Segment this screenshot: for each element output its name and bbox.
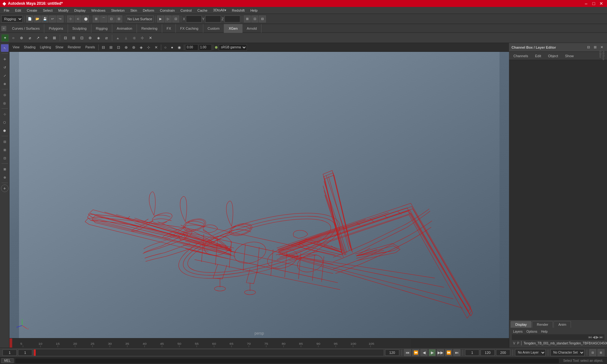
icon-btn-xgen4[interactable]: ⊛ xyxy=(86,34,94,42)
z-input[interactable] xyxy=(224,15,240,22)
menu-skeleton[interactable]: Skeleton xyxy=(108,8,127,13)
menu-redshift[interactable]: Redshift xyxy=(230,8,247,13)
help-btn[interactable]: Help xyxy=(540,330,549,334)
tab-animation[interactable]: Animation xyxy=(112,24,137,33)
left-render1-btn[interactable]: ⊠ xyxy=(1,165,9,173)
close-button[interactable]: ✕ xyxy=(598,0,604,7)
vp-shading-btn[interactable]: Shading xyxy=(22,44,38,51)
bottom-tab-render[interactable]: Render xyxy=(532,321,553,328)
icon-btn-lock[interactable]: ⊠ xyxy=(51,34,58,42)
minimize-button[interactable]: – xyxy=(583,0,589,7)
tab-bar-icon[interactable]: ≡ xyxy=(1,26,6,31)
layer-nav-last[interactable]: ⏭ xyxy=(599,335,603,339)
pb-step-back[interactable]: ⏪ xyxy=(412,349,419,356)
range-start-input[interactable] xyxy=(465,349,479,356)
vp-icon1[interactable]: ⊟ xyxy=(100,44,107,51)
vp-icon7[interactable]: ⊹ xyxy=(145,44,152,51)
vp-icon11[interactable]: ◉ xyxy=(176,44,183,51)
ch-tab-object[interactable]: Object xyxy=(545,53,561,58)
left-rotate-btn[interactable]: ↺ xyxy=(1,64,9,71)
tab-fx[interactable]: FX xyxy=(162,24,176,33)
left-soft-btn[interactable]: ⊙ xyxy=(1,91,9,99)
render-btn[interactable]: ▶ xyxy=(157,15,164,22)
ch-tab-show[interactable]: Show xyxy=(562,53,577,58)
snap-view-btn[interactable]: ⊟ xyxy=(115,15,122,22)
range-end-input[interactable] xyxy=(481,349,495,356)
options-btn[interactable]: Options xyxy=(525,330,538,334)
pb-prev-frame[interactable]: ◀ xyxy=(420,349,427,356)
vp-val2[interactable] xyxy=(199,44,212,51)
new-btn[interactable]: 📄 xyxy=(26,15,33,22)
snap-pt-btn[interactable]: ⊡ xyxy=(108,15,115,22)
vp-val1[interactable] xyxy=(186,44,198,51)
pb-step-fwd[interactable]: ⏩ xyxy=(445,349,452,356)
redo-btn[interactable]: ↪ xyxy=(57,15,64,22)
viewport-3d[interactable]: x y z persp xyxy=(9,52,509,338)
snap-grid-btn[interactable]: ⊞ xyxy=(93,15,100,22)
menu-3dtall[interactable]: 3DtoAll▾ xyxy=(211,8,229,13)
menu-control[interactable]: Control xyxy=(178,8,194,13)
script-input[interactable] xyxy=(15,358,560,364)
menu-edit[interactable]: Edit xyxy=(13,8,24,13)
anim-layer-select[interactable]: No Anim Layer xyxy=(515,349,546,356)
snap-curve-btn[interactable]: ⌒ xyxy=(100,15,107,22)
icon-btn-circle[interactable]: ○ xyxy=(9,34,17,42)
tab-fx-caching[interactable]: FX Caching xyxy=(176,24,203,33)
pb-goto-end[interactable]: ⏭ xyxy=(453,349,460,356)
icon-btn-arrow[interactable]: ↗ xyxy=(34,34,42,42)
pb-extra-btn2[interactable]: ⊞ xyxy=(598,349,604,356)
icon-btn-move[interactable]: ✛ xyxy=(42,34,50,42)
icon-btn-xgen5[interactable]: ◈ xyxy=(95,34,102,42)
layer-nav-first[interactable]: ⏮ xyxy=(588,335,592,339)
mode-select[interactable]: Rigging xyxy=(1,15,23,22)
gamma-select[interactable]: sRGB gamma xyxy=(219,44,247,51)
icon-btn-grass1[interactable]: ⟁ xyxy=(114,34,121,42)
current-frame-input[interactable] xyxy=(18,349,32,356)
menu-display[interactable]: Display xyxy=(72,8,88,13)
left-scale-btn[interactable]: ⤢ xyxy=(1,72,9,79)
maximize-button[interactable]: □ xyxy=(591,0,597,7)
pb-play-fwd[interactable]: ▶ xyxy=(429,349,436,356)
vp-icon5[interactable]: ⊛ xyxy=(130,44,137,51)
layer-nav-next[interactable]: ▶ xyxy=(596,335,599,339)
ipr-btn[interactable]: ▷ xyxy=(165,15,172,22)
ch-tab-edit[interactable]: Edit xyxy=(532,53,544,58)
vp-icon9[interactable]: ○ xyxy=(162,44,169,51)
layout-btn3[interactable]: ⊟ xyxy=(259,15,266,22)
menu-create[interactable]: Create xyxy=(24,8,40,13)
left-universal-btn[interactable]: ⊕ xyxy=(1,80,9,88)
tab-arnold[interactable]: Arnold xyxy=(242,24,262,33)
vp-icon10[interactable]: ● xyxy=(169,44,175,51)
x-input[interactable] xyxy=(186,15,202,22)
vp-icon3[interactable]: ⊡ xyxy=(115,44,122,51)
save-btn[interactable]: 💾 xyxy=(41,15,48,22)
layer-entry-1[interactable]: V P Tengden_TB_001_mb_standart:Tengden_T… xyxy=(512,340,604,346)
menu-modify[interactable]: Modify xyxy=(56,8,71,13)
tab-sculpting[interactable]: Sculpting xyxy=(68,24,91,33)
icon-btn-marker[interactable]: ✦ xyxy=(1,34,9,42)
left-plus-btn[interactable]: + xyxy=(1,185,9,192)
menu-constrain[interactable]: Constrain xyxy=(157,8,177,13)
start-frame-input[interactable] xyxy=(3,349,17,356)
vp-renderer-btn[interactable]: Renderer xyxy=(66,44,83,51)
left-cam-btn[interactable]: ⊟ xyxy=(1,138,9,145)
pb-extra-btn1[interactable]: ⊟ xyxy=(589,349,596,356)
tab-custom[interactable]: Custom xyxy=(203,24,224,33)
vp-show-btn[interactable]: Show xyxy=(53,44,65,51)
end-frame-input[interactable] xyxy=(385,349,399,356)
layer-nav-prev[interactable]: ◀ xyxy=(592,335,595,339)
vp-icon6[interactable]: ◈ xyxy=(138,44,144,51)
ch-header-btn1[interactable]: ⊟ xyxy=(586,45,591,50)
tab-polygons[interactable]: Polygons xyxy=(44,24,68,33)
ch-header-btn3[interactable]: ✕ xyxy=(599,45,604,50)
icon-btn-xgen3[interactable]: ⊡ xyxy=(78,34,86,42)
ch-tab-channels[interactable]: Channels xyxy=(510,53,531,58)
vp-icon2[interactable]: ⊞ xyxy=(107,44,114,51)
vp-view-btn[interactable]: View xyxy=(11,44,21,51)
icon-btn-delete[interactable]: ✕ xyxy=(147,34,154,42)
range-end-input2[interactable] xyxy=(496,349,510,356)
playback-range-bar[interactable] xyxy=(34,349,384,356)
tab-xgen[interactable]: XGen xyxy=(224,24,242,33)
pb-play-fwd2[interactable]: ▶▶ xyxy=(437,349,444,356)
menu-select[interactable]: Select xyxy=(40,8,55,13)
